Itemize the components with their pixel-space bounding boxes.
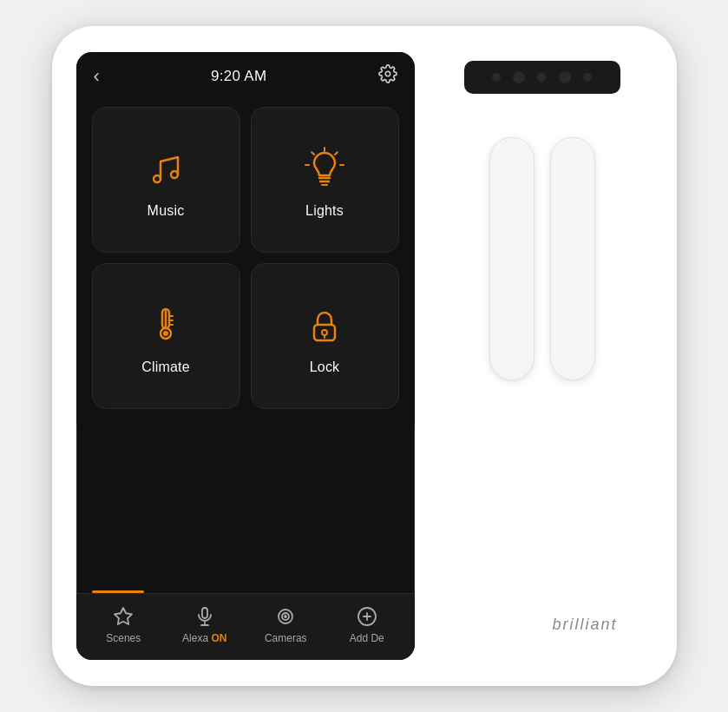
alexa-status-badge: ON (211, 632, 226, 644)
add-device-label: Add De (350, 632, 384, 644)
lights-tile[interactable]: Lights (251, 107, 399, 253)
svg-point-26 (285, 616, 286, 617)
lightbulb-icon (302, 146, 347, 191)
lock-icon (302, 302, 347, 347)
target-icon (275, 606, 296, 627)
alexa-label: Alexa ON (182, 632, 226, 644)
device-shell: ‹ 9:20 AM Music (52, 26, 677, 686)
nav-bar: Scenes Alexa ON (76, 593, 415, 660)
back-button[interactable]: ‹ (94, 65, 100, 88)
nav-item-add-device[interactable]: Add De (338, 606, 397, 644)
screen-container: ‹ 9:20 AM Music (76, 52, 415, 660)
camera-dot-3 (537, 73, 546, 82)
svg-rect-21 (202, 608, 207, 618)
status-bar: ‹ 9:20 AM (76, 52, 415, 96)
cameras-label: Cameras (265, 632, 307, 644)
lock-tile[interactable]: Lock (251, 263, 399, 409)
svg-marker-20 (115, 608, 132, 624)
time-display: 9:20 AM (211, 68, 266, 85)
music-label: Music (148, 203, 185, 219)
svg-line-4 (335, 152, 338, 155)
tiles-grid: Music Lights (76, 96, 415, 425)
svg-point-13 (163, 331, 168, 336)
plus-circle-icon (357, 606, 377, 627)
nav-item-cameras[interactable]: Cameras (256, 606, 315, 644)
climate-tile[interactable]: Climate (92, 263, 240, 409)
nav-item-alexa[interactable]: Alexa ON (175, 606, 234, 644)
music-icon (143, 146, 188, 191)
camera-dot-2 (513, 71, 525, 83)
sliders-area (489, 137, 595, 380)
brand-text: brilliant (552, 616, 617, 634)
svg-point-0 (385, 71, 390, 76)
svg-point-1 (154, 175, 161, 182)
thermometer-icon (143, 302, 188, 347)
slider-button-2[interactable] (550, 137, 595, 380)
nav-bar-wrapper: Scenes Alexa ON (76, 590, 415, 660)
scenes-label: Scenes (106, 632, 141, 644)
nav-item-scenes[interactable]: Scenes (94, 606, 153, 644)
hardware-side: brilliant (415, 52, 653, 660)
svg-point-2 (171, 171, 178, 178)
slider-button-1[interactable] (489, 137, 535, 380)
camera-dot-1 (492, 73, 501, 82)
gear-icon (378, 64, 397, 83)
lights-label: Lights (305, 203, 344, 219)
camera-dot-5 (583, 73, 592, 82)
music-tile[interactable]: Music (92, 107, 240, 253)
microphone-icon (194, 606, 215, 627)
camera-bar (464, 61, 620, 94)
settings-icon[interactable] (378, 64, 397, 88)
camera-dot-4 (559, 71, 571, 83)
climate-label: Climate (141, 359, 190, 375)
svg-line-6 (312, 152, 314, 155)
lock-label: Lock (310, 359, 340, 375)
star-icon (113, 606, 134, 627)
